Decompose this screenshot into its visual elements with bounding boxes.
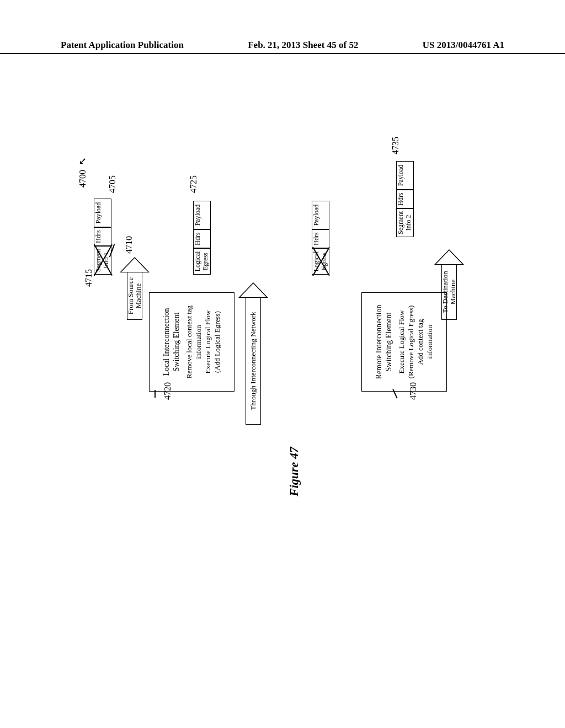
header-left: Patent Application Publication	[61, 40, 184, 51]
leader-4720	[154, 390, 156, 398]
cell-logical-egress-1: Logical Egress	[193, 248, 211, 275]
ref-4720: 4720	[163, 382, 173, 400]
se-box-4730: Remote Interconnection Switching Element…	[361, 292, 447, 392]
se4730-line2: Add context tag information	[416, 297, 435, 387]
packet-mid: Logical Egress Hdrs Payload	[312, 201, 329, 275]
se4720-title: Local Interconnection Switching Element	[162, 297, 182, 387]
se4720-line2: Execute Logical Flow (Add Logical Egress…	[204, 297, 222, 387]
cell-hdrs-4: Hdrs	[396, 190, 414, 208]
packet-4705: Segment Info 1 Hdrs Payload	[94, 199, 111, 275]
cell-hdrs-3: Hdrs	[312, 229, 329, 248]
arrow-from-source: From Source Machine	[127, 272, 142, 320]
header-center: Feb. 21, 2013 Sheet 45 of 52	[248, 40, 358, 51]
ref-4715: 4715	[84, 269, 94, 287]
ref-4700: 4700 ➚	[76, 157, 88, 188]
ref-4725: 4725	[189, 175, 199, 193]
se-box-4720: Local Interconnection Switching Element …	[149, 292, 234, 392]
cell-segment-info2: Segment Info 2	[396, 208, 414, 237]
cell-payload-3: Payload	[312, 201, 329, 229]
arrowhead-icon: ➚	[78, 156, 87, 168]
ref-4705: 4705	[108, 175, 118, 193]
arrow-through-network: Through Interconnecting Network	[246, 298, 261, 425]
figure-47: 4700 ➚ Segment Info 1 Hdrs Payload 4715 …	[55, 72, 508, 656]
packet-4725: Logical Egress Hdrs Payload	[193, 201, 211, 275]
ref-4710: 4710	[124, 236, 134, 254]
packet-4735: Segment Info 2 Hdrs Payload	[396, 161, 414, 237]
cell-payload: Payload	[94, 199, 111, 227]
cell-segment-info1: Segment Info 1	[94, 246, 111, 275]
se4730-title: Remote Interconnection Switching Element	[374, 297, 394, 387]
cell-payload-4: Payload	[396, 161, 414, 190]
ref-4730: 4730	[408, 382, 418, 400]
se4720-line1: Remove local context tag information	[185, 297, 204, 387]
cell-logical-egress-x: Logical Egress	[312, 248, 329, 275]
header-right: US 2013/0044761 A1	[423, 40, 504, 51]
arrow-to-destination: To Destination Machine	[441, 265, 457, 320]
cell-hdrs-2: Hdrs	[193, 229, 211, 248]
cell-payload-2: Payload	[193, 201, 211, 229]
cell-hdrs: Hdrs	[94, 227, 111, 246]
patent-header: Patent Application Publication Feb. 21, …	[0, 40, 565, 54]
se4730-line1: Execute Logical Flow (Remove Logical Egr…	[397, 297, 416, 387]
figure-caption: Figure 47	[287, 447, 301, 496]
ref-4735: 4735	[391, 137, 401, 154]
